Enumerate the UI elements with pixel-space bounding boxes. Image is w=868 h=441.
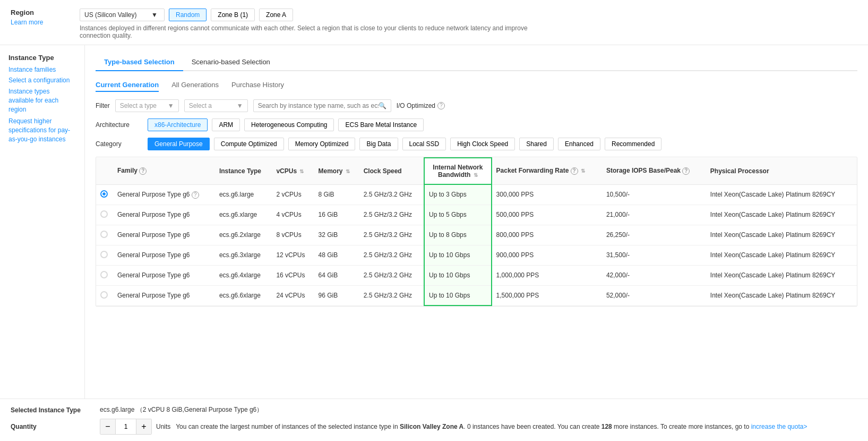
table-row[interactable]: General Purpose Type g6 ecs.g6.xlarge 4 …: [96, 205, 857, 225]
table-scroll[interactable]: Family ? Instance Type vCPUs ⇅ Memory ⇅ …: [96, 157, 857, 306]
region-controls: US (Silicon Valley) ▼ Random Zone B (1) …: [80, 9, 557, 39]
vcpus-cell: 2 vCPUs: [272, 184, 314, 205]
arch-bare-metal-btn[interactable]: ECS Bare Metal Instance: [338, 118, 424, 131]
main-layout: Instance Type Instance families Select a…: [0, 45, 868, 398]
memory-cell: 64 GiB: [314, 265, 359, 285]
radio-button[interactable]: [100, 251, 108, 258]
radio-button[interactable]: [100, 231, 108, 238]
category-label: Category: [96, 140, 143, 148]
radio-cell[interactable]: [96, 245, 113, 265]
radio-cell[interactable]: [96, 184, 113, 205]
tab-scenario-based[interactable]: Scenario-based Selection: [183, 54, 279, 71]
iops-help-icon[interactable]: ?: [682, 167, 690, 175]
col-clock-header: Clock Speed: [359, 158, 424, 184]
radio-button[interactable]: [100, 210, 108, 218]
col-storage-iops-header: Storage IOPS Base/Peak ?: [602, 158, 706, 184]
cat-shared-btn[interactable]: Shared: [519, 138, 554, 150]
memory-cell: 48 GiB: [314, 245, 359, 265]
selected-instance-label: Selected Instance Type: [11, 406, 96, 414]
subtab-current-gen[interactable]: Current Generation: [96, 79, 159, 92]
table-row[interactable]: General Purpose Type g6 ecs.g6.6xlarge 2…: [96, 285, 857, 306]
radio-cell[interactable]: [96, 265, 113, 285]
search-icon: 🔍: [379, 102, 386, 109]
radio-cell[interactable]: [96, 225, 113, 245]
vcpus-cell: 12 vCPUs: [272, 245, 314, 265]
family-row-help[interactable]: ?: [192, 191, 199, 199]
cat-highclock-btn[interactable]: High Clock Speed: [450, 138, 515, 150]
cat-memory-btn[interactable]: Memory Optimized: [288, 138, 356, 150]
region-top: US (Silicon Valley) ▼ Random Zone B (1) …: [80, 9, 557, 21]
storage-iops-cell: 52,000/-: [602, 285, 706, 306]
search-input[interactable]: [258, 102, 379, 109]
radio-button[interactable]: [100, 291, 108, 299]
filter-type-select-1[interactable]: Select a type ▼: [115, 99, 179, 112]
quantity-plus-btn[interactable]: +: [136, 419, 151, 434]
io-optimized-label: I/O Optimized: [397, 102, 435, 109]
zone-random-btn[interactable]: Random: [169, 9, 207, 21]
radio-button[interactable]: [100, 190, 108, 198]
io-optimized: I/O Optimized ?: [397, 102, 445, 109]
memory-cell: 8 GiB: [314, 184, 359, 205]
io-optimized-help-icon[interactable]: ?: [437, 102, 445, 109]
cat-bigdata-btn[interactable]: Big Data: [359, 138, 398, 150]
arch-hetero-btn[interactable]: Heterogeneous Computing: [244, 118, 334, 131]
col-family-header: Family ?: [113, 158, 215, 184]
sidebar-link-regions[interactable]: Instance types available for each region: [8, 87, 76, 114]
architecture-row: Architecture x86-Architecture ARM Hetero…: [96, 118, 857, 131]
col-memory-header[interactable]: Memory ⇅: [314, 158, 359, 184]
family-cell: General Purpose Type g6: [113, 245, 215, 265]
zone-a-btn[interactable]: Zone A: [259, 9, 293, 21]
region-selected-value: US (Silicon Valley): [84, 11, 136, 19]
region-dropdown[interactable]: US (Silicon Valley) ▼: [80, 9, 165, 21]
vcpus-cell: 16 vCPUs: [272, 265, 314, 285]
cat-compute-btn[interactable]: Compute Optimized: [214, 138, 284, 150]
cat-localssd-btn[interactable]: Local SSD: [402, 138, 446, 150]
instance-type-cell: ecs.g6.xlarge: [215, 205, 272, 225]
subtab-purchase-history[interactable]: Purchase History: [231, 79, 284, 92]
radio-cell[interactable]: [96, 285, 113, 306]
region-note: Instances deployed in different regions …: [80, 24, 557, 39]
region-label-col: Region Learn more: [11, 9, 80, 26]
family-help-icon[interactable]: ?: [139, 167, 147, 175]
zone-b-btn[interactable]: Zone B (1): [211, 9, 255, 21]
quantity-input[interactable]: [115, 419, 136, 434]
cat-general-btn[interactable]: General Purpose: [148, 138, 210, 150]
memory-cell: 32 GiB: [314, 225, 359, 245]
sidebar-link-families[interactable]: Instance families: [8, 66, 76, 73]
family-cell: General Purpose Type g6 ?: [113, 184, 215, 205]
radio-cell[interactable]: [96, 205, 113, 225]
cat-enhanced-btn[interactable]: Enhanced: [558, 138, 600, 150]
subtab-all-gen[interactable]: All Generations: [171, 79, 219, 92]
table-row[interactable]: General Purpose Type g6 ? ecs.g6.large 2…: [96, 184, 857, 205]
sidebar-link-request[interactable]: Request higher specifications for pay-as…: [8, 117, 76, 143]
col-network-bw-header[interactable]: Internal NetworkBandwidth ⇅: [424, 158, 492, 184]
radio-button[interactable]: [100, 271, 108, 278]
table-row[interactable]: General Purpose Type g6 ecs.g6.3xlarge 1…: [96, 245, 857, 265]
pkt-help-icon[interactable]: ?: [571, 167, 578, 175]
region-title: Region: [11, 9, 80, 16]
quantity-highlight: 128: [601, 423, 612, 430]
clock-speed-cell: 2.5 GHz/3.2 GHz: [359, 285, 424, 306]
col-vcpus-header[interactable]: vCPUs ⇅: [272, 158, 314, 184]
processor-cell: Intel Xeon(Cascade Lake) Platinum 8269CY: [706, 285, 857, 306]
arch-arm-btn[interactable]: ARM: [212, 118, 240, 131]
col-pkt-fwd-header[interactable]: Packet Forwarding Rate ? ⇅: [492, 158, 602, 184]
increase-quota-link[interactable]: increase the quota>: [751, 423, 807, 430]
filter-row: Filter Select a type ▼ Select a ▼ 🔍 I/O …: [96, 99, 857, 112]
cat-recommended-btn[interactable]: Recommended: [605, 138, 661, 150]
instance-table-container: Family ? Instance Type vCPUs ⇅ Memory ⇅ …: [96, 157, 857, 307]
table-row[interactable]: General Purpose Type g6 ecs.g6.4xlarge 1…: [96, 265, 857, 285]
storage-iops-cell: 31,500/-: [602, 245, 706, 265]
quantity-minus-btn[interactable]: −: [100, 419, 115, 434]
table-row[interactable]: General Purpose Type g6 ecs.g6.2xlarge 8…: [96, 225, 857, 245]
clock-speed-cell: 2.5 GHz/3.2 GHz: [359, 205, 424, 225]
sidebar-link-config[interactable]: Select a configuration: [8, 77, 76, 84]
pkt-sort-icon: ⇅: [581, 168, 585, 174]
tab-type-based[interactable]: Type-based Selection: [96, 54, 183, 71]
filter-type-select-2[interactable]: Select a ▼: [184, 99, 248, 112]
table-header-row: Family ? Instance Type vCPUs ⇅ Memory ⇅ …: [96, 158, 857, 184]
storage-iops-cell: 10,500/-: [602, 184, 706, 205]
storage-iops-cell: 42,000/-: [602, 265, 706, 285]
arch-x86-btn[interactable]: x86-Architecture: [148, 118, 208, 131]
region-learn-more[interactable]: Learn more: [11, 19, 43, 26]
